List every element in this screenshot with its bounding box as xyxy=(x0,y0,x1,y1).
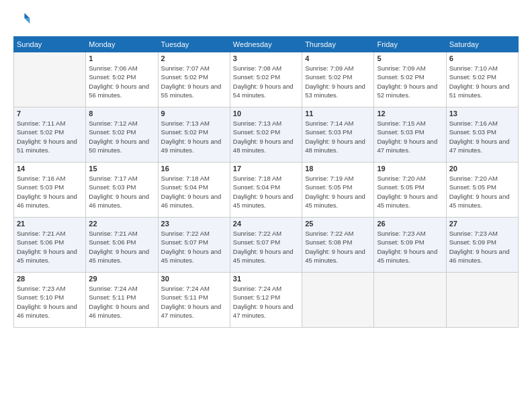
calendar-cell: 31Sunrise: 7:24 AMSunset: 5:12 PMDayligh… xyxy=(230,273,302,328)
day-info: Sunrise: 7:22 AMSunset: 5:08 PMDaylight:… xyxy=(305,229,371,265)
calendar-week-5: 28Sunrise: 7:23 AMSunset: 5:10 PMDayligh… xyxy=(14,273,519,328)
day-info: Sunrise: 7:06 AMSunset: 5:02 PMDaylight:… xyxy=(89,64,154,99)
calendar-cell: 23Sunrise: 7:22 AMSunset: 5:07 PMDayligh… xyxy=(158,218,230,273)
calendar-cell: 18Sunrise: 7:19 AMSunset: 5:05 PMDayligh… xyxy=(302,163,374,218)
calendar-cell: 21Sunrise: 7:21 AMSunset: 5:06 PMDayligh… xyxy=(14,218,86,273)
calendar-cell: 7Sunrise: 7:11 AMSunset: 5:02 PMDaylight… xyxy=(14,107,86,163)
calendar-cell xyxy=(302,273,374,328)
calendar-cell: 13Sunrise: 7:16 AMSunset: 5:03 PMDayligh… xyxy=(446,107,518,163)
calendar-cell: 25Sunrise: 7:22 AMSunset: 5:08 PMDayligh… xyxy=(302,218,374,273)
day-number: 29 xyxy=(89,275,154,283)
day-info: Sunrise: 7:24 AMSunset: 5:11 PMDaylight:… xyxy=(89,284,154,320)
day-info: Sunrise: 7:09 AMSunset: 5:02 PMDaylight:… xyxy=(377,64,443,99)
day-number: 30 xyxy=(161,275,227,283)
calendar-cell: 27Sunrise: 7:23 AMSunset: 5:09 PMDayligh… xyxy=(446,218,518,273)
day-number: 11 xyxy=(305,109,371,118)
day-info: Sunrise: 7:21 AMSunset: 5:06 PMDaylight:… xyxy=(17,229,83,265)
calendar-week-1: 1Sunrise: 7:06 AMSunset: 5:02 PMDaylight… xyxy=(14,52,519,107)
day-info: Sunrise: 7:15 AMSunset: 5:03 PMDaylight:… xyxy=(377,119,443,154)
page: SundayMondayTuesdayWednesdayThursdayFrid… xyxy=(0,0,532,411)
calendar-cell xyxy=(446,273,518,328)
logo xyxy=(13,11,31,30)
day-number: 19 xyxy=(377,165,443,173)
day-info: Sunrise: 7:20 AMSunset: 5:05 PMDaylight:… xyxy=(377,174,443,210)
calendar-cell: 5Sunrise: 7:09 AMSunset: 5:02 PMDaylight… xyxy=(374,52,446,107)
day-info: Sunrise: 7:23 AMSunset: 5:09 PMDaylight:… xyxy=(449,229,515,265)
calendar-cell: 12Sunrise: 7:15 AMSunset: 5:03 PMDayligh… xyxy=(374,107,446,163)
logo-icon xyxy=(15,11,31,27)
day-number: 25 xyxy=(305,220,371,228)
col-header-monday: Monday xyxy=(86,37,158,52)
day-number: 26 xyxy=(377,220,443,228)
day-number: 12 xyxy=(377,109,443,118)
calendar-cell xyxy=(14,52,86,107)
calendar-cell: 24Sunrise: 7:22 AMSunset: 5:07 PMDayligh… xyxy=(230,218,302,273)
header xyxy=(13,11,519,30)
day-info: Sunrise: 7:16 AMSunset: 5:03 PMDaylight:… xyxy=(17,174,83,210)
day-number: 4 xyxy=(305,54,371,62)
day-number: 2 xyxy=(161,54,227,62)
day-number: 15 xyxy=(89,165,154,173)
day-info: Sunrise: 7:22 AMSunset: 5:07 PMDaylight:… xyxy=(233,229,299,265)
day-info: Sunrise: 7:12 AMSunset: 5:02 PMDaylight:… xyxy=(89,119,154,154)
day-info: Sunrise: 7:21 AMSunset: 5:06 PMDaylight:… xyxy=(89,229,154,265)
calendar-cell: 30Sunrise: 7:24 AMSunset: 5:11 PMDayligh… xyxy=(158,273,230,328)
day-number: 31 xyxy=(233,275,299,283)
day-number: 3 xyxy=(233,54,299,62)
calendar-cell: 15Sunrise: 7:17 AMSunset: 5:03 PMDayligh… xyxy=(86,163,158,218)
calendar-header-row: SundayMondayTuesdayWednesdayThursdayFrid… xyxy=(14,37,519,52)
col-header-saturday: Saturday xyxy=(446,37,518,52)
calendar-week-2: 7Sunrise: 7:11 AMSunset: 5:02 PMDaylight… xyxy=(14,107,519,163)
day-info: Sunrise: 7:11 AMSunset: 5:02 PMDaylight:… xyxy=(17,119,83,154)
day-info: Sunrise: 7:22 AMSunset: 5:07 PMDaylight:… xyxy=(161,229,227,265)
day-number: 28 xyxy=(17,275,83,283)
day-number: 8 xyxy=(89,109,154,118)
day-info: Sunrise: 7:07 AMSunset: 5:02 PMDaylight:… xyxy=(161,64,227,99)
day-number: 9 xyxy=(161,109,227,118)
day-info: Sunrise: 7:18 AMSunset: 5:04 PMDaylight:… xyxy=(161,174,227,210)
calendar-cell: 26Sunrise: 7:23 AMSunset: 5:09 PMDayligh… xyxy=(374,218,446,273)
col-header-tuesday: Tuesday xyxy=(158,37,230,52)
col-header-wednesday: Wednesday xyxy=(230,37,302,52)
day-number: 10 xyxy=(233,109,299,118)
calendar-cell: 4Sunrise: 7:09 AMSunset: 5:02 PMDaylight… xyxy=(302,52,374,107)
calendar-cell: 10Sunrise: 7:13 AMSunset: 5:02 PMDayligh… xyxy=(230,107,302,163)
day-info: Sunrise: 7:14 AMSunset: 5:03 PMDaylight:… xyxy=(305,119,371,154)
day-info: Sunrise: 7:24 AMSunset: 5:12 PMDaylight:… xyxy=(233,284,299,320)
day-number: 18 xyxy=(305,165,371,173)
calendar-cell xyxy=(374,273,446,328)
day-number: 7 xyxy=(17,109,83,118)
day-number: 23 xyxy=(161,220,227,228)
calendar-table: SundayMondayTuesdayWednesdayThursdayFrid… xyxy=(13,36,519,328)
day-number: 20 xyxy=(449,165,515,173)
calendar-cell: 8Sunrise: 7:12 AMSunset: 5:02 PMDaylight… xyxy=(86,107,158,163)
calendar-cell: 9Sunrise: 7:13 AMSunset: 5:02 PMDaylight… xyxy=(158,107,230,163)
calendar-cell: 11Sunrise: 7:14 AMSunset: 5:03 PMDayligh… xyxy=(302,107,374,163)
col-header-sunday: Sunday xyxy=(14,37,86,52)
day-number: 5 xyxy=(377,54,443,62)
day-info: Sunrise: 7:16 AMSunset: 5:03 PMDaylight:… xyxy=(449,119,515,154)
day-number: 6 xyxy=(449,54,515,62)
day-info: Sunrise: 7:20 AMSunset: 5:05 PMDaylight:… xyxy=(449,174,515,210)
day-info: Sunrise: 7:18 AMSunset: 5:04 PMDaylight:… xyxy=(233,174,299,210)
calendar-cell: 19Sunrise: 7:20 AMSunset: 5:05 PMDayligh… xyxy=(374,163,446,218)
calendar-cell: 14Sunrise: 7:16 AMSunset: 5:03 PMDayligh… xyxy=(14,163,86,218)
day-info: Sunrise: 7:19 AMSunset: 5:05 PMDaylight:… xyxy=(305,174,371,210)
day-number: 1 xyxy=(89,54,154,62)
col-header-friday: Friday xyxy=(374,37,446,52)
day-number: 21 xyxy=(17,220,83,228)
day-info: Sunrise: 7:23 AMSunset: 5:10 PMDaylight:… xyxy=(17,284,83,320)
calendar-cell: 1Sunrise: 7:06 AMSunset: 5:02 PMDaylight… xyxy=(86,52,158,107)
day-info: Sunrise: 7:10 AMSunset: 5:02 PMDaylight:… xyxy=(449,64,515,99)
day-info: Sunrise: 7:09 AMSunset: 5:02 PMDaylight:… xyxy=(305,64,371,99)
day-info: Sunrise: 7:13 AMSunset: 5:02 PMDaylight:… xyxy=(161,119,227,154)
day-number: 17 xyxy=(233,165,299,173)
calendar-cell: 16Sunrise: 7:18 AMSunset: 5:04 PMDayligh… xyxy=(158,163,230,218)
day-number: 27 xyxy=(449,220,515,228)
calendar-week-3: 14Sunrise: 7:16 AMSunset: 5:03 PMDayligh… xyxy=(14,163,519,218)
calendar-cell: 20Sunrise: 7:20 AMSunset: 5:05 PMDayligh… xyxy=(446,163,518,218)
calendar-cell: 17Sunrise: 7:18 AMSunset: 5:04 PMDayligh… xyxy=(230,163,302,218)
svg-marker-0 xyxy=(24,13,30,18)
day-number: 16 xyxy=(161,165,227,173)
col-header-thursday: Thursday xyxy=(302,37,374,52)
